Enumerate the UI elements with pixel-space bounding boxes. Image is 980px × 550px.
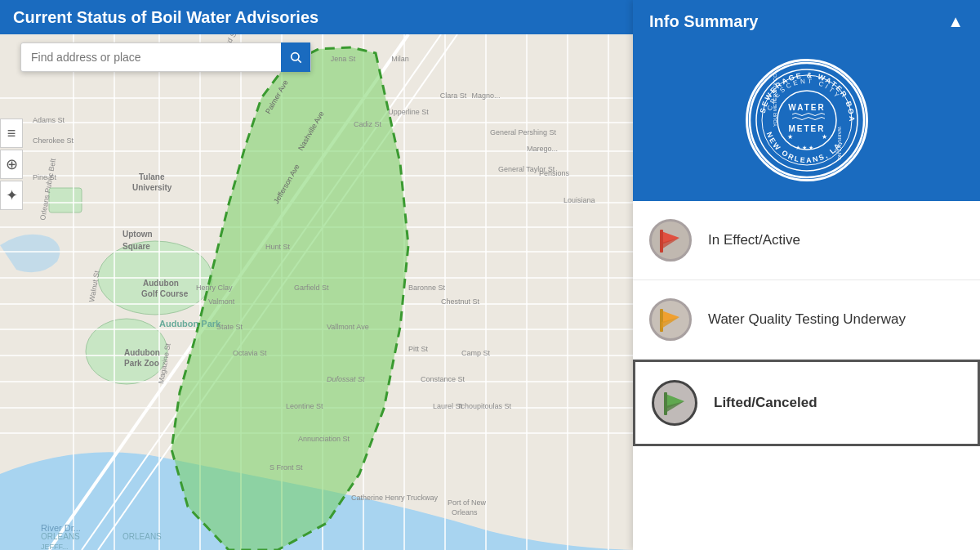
- info-panel: Info Summary ▲ SEWERAGE & WATER BOARD NE…: [633, 0, 980, 550]
- svg-text:Cherokee St: Cherokee St: [33, 136, 74, 145]
- info-panel-collapse-button[interactable]: ▲: [947, 12, 964, 31]
- legend-container: In Effect/Active Water Quality Testing U…: [633, 201, 980, 550]
- testing-icon-svg: [655, 304, 686, 335]
- svg-point-94: [292, 53, 299, 60]
- legend-item-testing: Water Quality Testing Underway: [633, 280, 980, 360]
- svg-text:Louisiana: Louisiana: [564, 196, 595, 204]
- nav-button-1[interactable]: ≡: [0, 118, 23, 148]
- svg-text:State St: State St: [216, 323, 243, 331]
- svg-text:Octavia St: Octavia St: [233, 349, 267, 357]
- legend-label-lifted: Lifted/Canceled: [714, 395, 817, 411]
- svg-text:YOUR METER BOX CO.: YOUR METER BOX CO.: [773, 72, 777, 127]
- lifted-icon-svg: [658, 387, 691, 419]
- svg-text:Adams St: Adams St: [33, 116, 65, 124]
- svg-text:Magno...: Magno...: [471, 92, 500, 100]
- svg-text:Clara St: Clara St: [440, 92, 467, 100]
- search-container: [20, 42, 311, 72]
- svg-text:Chestnut St: Chestnut St: [441, 297, 480, 306]
- info-panel-title: Info Summary: [649, 12, 758, 31]
- svg-text:Audubon Park: Audubon Park: [159, 319, 221, 329]
- legend-icon-active: [649, 219, 692, 262]
- logo-svg: SEWERAGE & WATER BOARD NEW ORLEANS, LA. …: [748, 61, 866, 179]
- svg-text:General Pershing St: General Pershing St: [490, 128, 557, 136]
- svg-text:Tulane: Tulane: [139, 172, 165, 181]
- svg-text:Golf Course: Golf Course: [141, 289, 189, 298]
- svg-text:ORLEANS: ORLEANS: [122, 532, 162, 541]
- svg-text:Pitt St: Pitt St: [408, 345, 429, 353]
- svg-text:Valmont: Valmont: [208, 297, 235, 306]
- swb-logo: SEWERAGE & WATER BOARD NEW ORLEANS, LA. …: [746, 59, 868, 181]
- legend-item-active: In Effect/Active: [633, 201, 980, 280]
- svg-text:Hunt St: Hunt St: [265, 243, 291, 251]
- svg-text:Audubon: Audubon: [124, 348, 160, 357]
- svg-text:S Front St: S Front St: [270, 463, 303, 472]
- svg-text:Marego...: Marego...: [527, 145, 558, 153]
- svg-text:Tchoupitoulas St: Tchoupitoulas St: [457, 402, 512, 410]
- svg-text:Jena St: Jena St: [331, 55, 356, 63]
- svg-text:Leontine St: Leontine St: [286, 402, 323, 410]
- svg-text:★: ★: [822, 133, 827, 141]
- svg-text:WARRANT NO.: WARRANT NO.: [837, 127, 842, 162]
- legend-label-active: In Effect/Active: [708, 232, 800, 248]
- svg-text:Annunciation St: Annunciation St: [298, 435, 350, 443]
- svg-text:ORLEANS: ORLEANS: [41, 532, 80, 541]
- svg-text:Camp St: Camp St: [461, 349, 491, 357]
- left-navigation: ≡ ⊕ ✦: [0, 118, 23, 210]
- nav-button-2[interactable]: ⊕: [0, 150, 23, 179]
- svg-text:JEFFF...: JEFFF...: [41, 543, 69, 550]
- svg-text:★: ★: [787, 133, 793, 141]
- svg-text:Uptown: Uptown: [122, 230, 153, 239]
- svg-text:Park Zoo: Park Zoo: [124, 359, 159, 368]
- svg-line-95: [298, 60, 301, 63]
- svg-text:Port of New: Port of New: [448, 499, 487, 507]
- svg-text:University: University: [132, 183, 172, 192]
- legend-icon-lifted: [652, 380, 697, 426]
- info-panel-header: Info Summary ▲: [633, 0, 980, 42]
- svg-text:Laurel St: Laurel St: [433, 402, 463, 410]
- svg-text:★ ★ ★: ★ ★ ★: [795, 145, 813, 150]
- nav-button-3[interactable]: ✦: [0, 181, 23, 210]
- svg-text:Audubon: Audubon: [143, 279, 179, 288]
- legend-item-lifted: Lifted/Canceled: [633, 360, 980, 446]
- logo-container: SEWERAGE & WATER BOARD NEW ORLEANS, LA. …: [633, 42, 980, 201]
- svg-rect-6: [49, 188, 82, 212]
- search-icon: [289, 51, 302, 64]
- svg-text:Catherine Henry Truckway: Catherine Henry Truckway: [351, 494, 439, 502]
- svg-text:Pensions: Pensions: [539, 169, 570, 177]
- search-input[interactable]: [21, 51, 281, 64]
- svg-text:Square: Square: [122, 242, 150, 251]
- svg-text:Dufossat St: Dufossat St: [327, 375, 365, 383]
- svg-text:Cadiz St: Cadiz St: [354, 120, 382, 128]
- svg-text:Orleans: Orleans: [452, 508, 478, 516]
- svg-text:Henry Clay: Henry Clay: [196, 284, 233, 292]
- svg-text:WATER: WATER: [788, 103, 825, 112]
- legend-label-testing: Water Quality Testing Underway: [708, 311, 906, 328]
- search-button[interactable]: [281, 42, 310, 72]
- svg-text:Baronne St: Baronne St: [408, 284, 446, 292]
- active-icon-svg: [655, 225, 686, 256]
- svg-text:Upperline St: Upperline St: [388, 108, 429, 116]
- svg-text:Garfield St: Garfield St: [294, 284, 329, 292]
- svg-text:Milan: Milan: [391, 55, 409, 63]
- legend-icon-testing: [649, 298, 692, 341]
- map-container[interactable]: S Broad St Jena St Milan Clara St Magno.…: [0, 0, 633, 550]
- svg-text:Vallmont Ave: Vallmont Ave: [327, 323, 369, 331]
- svg-point-102: [777, 91, 836, 150]
- svg-text:®: ®: [835, 148, 840, 154]
- svg-text:Constance St: Constance St: [421, 375, 466, 383]
- svg-text:METER: METER: [788, 124, 825, 133]
- map-svg: S Broad St Jena St Milan Clara St Magno.…: [0, 0, 633, 550]
